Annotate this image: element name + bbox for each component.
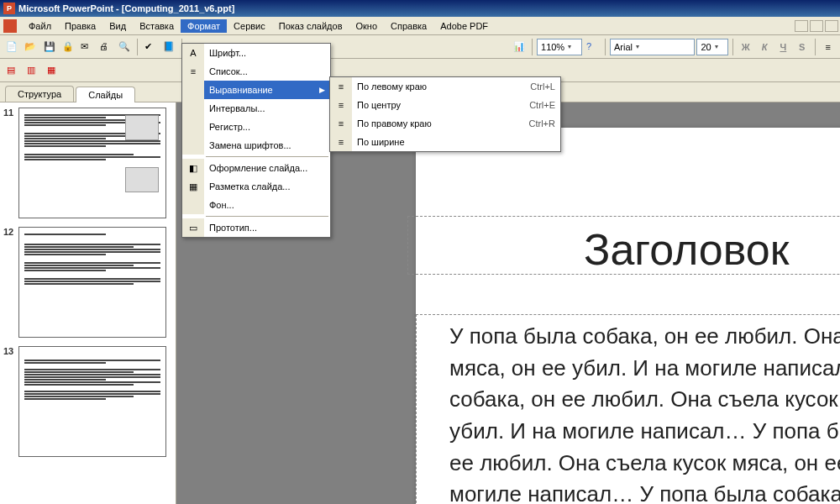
preview-icon: 🔍	[118, 41, 130, 53]
thumb-row: 13	[3, 346, 172, 457]
menu-list[interactable]: ≡Список...	[182, 62, 330, 81]
lock-icon: 🔒	[62, 41, 74, 53]
align-justify[interactable]: ≡По ширине	[330, 133, 560, 151]
research-button[interactable]: 📘	[160, 38, 177, 56]
menu-tools[interactable]: Сервис	[227, 19, 272, 33]
thumbnail-11[interactable]	[18, 108, 166, 218]
separator	[605, 39, 606, 55]
menu-separator	[206, 216, 328, 217]
thumbnail-13[interactable]	[18, 346, 166, 457]
restore-button[interactable]	[810, 20, 823, 32]
pdf-icon: ▥	[27, 65, 39, 76]
tab-structure[interactable]: Структура	[5, 86, 74, 102]
slide-body[interactable]: У попа была собака, он ее любил. Она съе…	[449, 321, 840, 504]
menu-help[interactable]: Справка	[384, 19, 433, 33]
menu-alignment[interactable]: Выравнивание▶	[182, 81, 330, 99]
open-button[interactable]: 📂	[22, 38, 39, 56]
spell-button[interactable]: ✔	[142, 38, 159, 56]
menu-insert[interactable]: Вставка	[133, 19, 181, 33]
window-title: Microsoft PowerPoint - [Computing_2011_v…	[18, 3, 234, 13]
menu-replace-fonts[interactable]: Замена шрифтов...	[182, 136, 330, 155]
menu-adobepdf[interactable]: Adobe PDF	[433, 19, 495, 33]
align-right[interactable]: ≡По правому краюCtrl+R	[330, 114, 560, 133]
pdf-btn1[interactable]: ▤	[3, 61, 22, 80]
submenu-arrow-icon: ▶	[319, 86, 325, 94]
menu-edit[interactable]: Правка	[58, 19, 102, 33]
thumbnails-panel: 11 12 13	[0, 102, 176, 504]
workspace: 11 12 13	[0, 102, 840, 504]
format-dropdown: AШрифт... ≡Список... Выравнивание▶ Интер…	[181, 43, 331, 238]
menu-font[interactable]: AШрифт...	[182, 44, 330, 62]
thumb-number: 13	[3, 346, 18, 457]
font-field[interactable]: Arial▾	[610, 39, 695, 55]
menu-view[interactable]: Вид	[102, 19, 133, 33]
menu-slideshow[interactable]: Показ слайдов	[272, 19, 349, 33]
doc-icon[interactable]	[3, 19, 17, 33]
pdf-icon: ▤	[7, 65, 18, 76]
shadow-button[interactable]: S	[793, 38, 810, 56]
spell-icon: ✔	[144, 41, 156, 53]
app-icon: P	[3, 3, 15, 14]
menu-background[interactable]: Фон...	[182, 196, 330, 214]
separator	[137, 39, 138, 55]
min-button[interactable]	[795, 20, 808, 32]
underline-button[interactable]: Ч	[774, 38, 791, 56]
zoom-field[interactable]: 110%▾	[537, 39, 582, 55]
layout-icon: ▦	[189, 181, 197, 192]
save-button[interactable]: 💾	[41, 38, 58, 56]
slide-title[interactable]: Заголовок	[584, 224, 790, 275]
thumbnail-12[interactable]	[18, 227, 166, 338]
fontsize-field[interactable]: 20▾	[696, 39, 727, 55]
separator	[732, 39, 733, 55]
chart-icon: 📊	[513, 41, 525, 53]
preview-button[interactable]: 🔍	[116, 38, 133, 56]
align-right-icon: ≡	[339, 118, 344, 129]
chart-button[interactable]: 📊	[511, 38, 528, 56]
titlebar: P Microsoft PowerPoint - [Computing_2011…	[0, 0, 840, 17]
menu-case[interactable]: Регистр...	[182, 118, 330, 136]
menu-slide-layout[interactable]: ▦Разметка слайда...	[182, 177, 330, 196]
font-icon: A	[190, 48, 196, 58]
pdf-btn3[interactable]: ▦	[44, 61, 62, 80]
standard-toolbar: 📄 📂 💾 🔒 ✉ 🖨 🔍 ✔ 📘 📊 110%▾ ? Arial▾ 20▾ Ж…	[0, 35, 840, 59]
pdf-btn2[interactable]: ▥	[24, 61, 42, 80]
slide-canvas[interactable]: Заголовок У попа была собака, он ее люби…	[416, 128, 840, 504]
save-icon: 💾	[44, 41, 55, 53]
italic-button[interactable]: К	[756, 38, 773, 56]
bold-button[interactable]: Ж	[738, 38, 754, 56]
menu-spacing[interactable]: Интервалы...	[182, 99, 330, 118]
help-button[interactable]: ?	[584, 38, 601, 56]
separator	[815, 39, 816, 55]
alignment-submenu: ≡По левому краюCtrl+L ≡По центруCtrl+E ≡…	[329, 76, 561, 152]
menu-window[interactable]: Окно	[349, 19, 385, 33]
thumb-number: 12	[3, 227, 18, 338]
thumb-number: 11	[3, 108, 18, 218]
new-button[interactable]: 📄	[3, 38, 20, 56]
menu-file[interactable]: Файл	[22, 19, 58, 33]
align-left-button[interactable]: ≡	[820, 38, 837, 56]
menu-prototype[interactable]: ▭Прототип...	[182, 218, 330, 237]
open-icon: 📂	[24, 41, 36, 53]
menu-slide-design[interactable]: ◧Оформление слайда...	[182, 159, 330, 177]
help-icon: ?	[586, 41, 598, 53]
align-left[interactable]: ≡По левому краюCtrl+L	[330, 77, 560, 96]
mail-icon: ✉	[81, 41, 92, 53]
research-icon: 📘	[163, 41, 175, 53]
align-center[interactable]: ≡По центруCtrl+E	[330, 96, 560, 114]
print-button[interactable]: 🖨	[97, 38, 113, 56]
menu-format[interactable]: Формат	[181, 19, 227, 33]
thumb-row: 12	[3, 227, 172, 338]
proto-icon: ▭	[189, 223, 197, 234]
thumb-row: 11	[3, 108, 172, 218]
permission-button[interactable]: 🔒	[60, 38, 76, 56]
window-controls	[795, 20, 838, 32]
list-icon: ≡	[191, 66, 196, 76]
new-icon: 📄	[6, 41, 18, 53]
align-left-icon: ≡	[339, 81, 344, 92]
print-icon: 🖨	[99, 41, 111, 53]
align-center-icon: ≡	[339, 100, 344, 110]
tab-slides[interactable]: Слайды	[76, 87, 135, 102]
mail-button[interactable]: ✉	[78, 38, 95, 56]
design-icon: ◧	[189, 163, 197, 174]
close-button[interactable]	[825, 20, 838, 32]
